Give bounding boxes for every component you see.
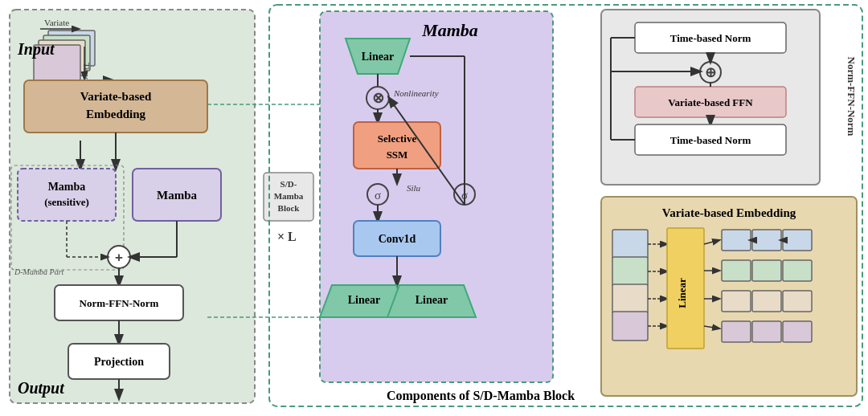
svg-rect-107 <box>722 260 751 281</box>
svg-line-116 <box>704 240 719 244</box>
svg-rect-123 <box>269 5 862 406</box>
svg-rect-2 <box>43 35 90 71</box>
svg-rect-111 <box>752 291 781 312</box>
svg-text:Silu: Silu <box>407 183 421 193</box>
svg-point-23 <box>108 246 130 268</box>
svg-rect-33 <box>68 344 170 379</box>
svg-rect-115 <box>783 321 812 342</box>
svg-rect-77 <box>635 22 786 53</box>
svg-line-65 <box>389 98 465 205</box>
svg-rect-104 <box>722 230 751 251</box>
svg-rect-105 <box>752 230 781 251</box>
svg-text:Time: Time <box>82 63 92 81</box>
svg-rect-3 <box>39 40 85 75</box>
svg-text:Variate-based: Variate-based <box>80 90 152 103</box>
svg-rect-114 <box>752 321 781 342</box>
svg-text:Norm-FFN-Norm: Norm-FFN-Norm <box>80 297 159 309</box>
svg-text:Norm-FFN-Norm: Norm-FFN-Norm <box>845 57 858 137</box>
svg-text:Variate: Variate <box>44 18 69 27</box>
svg-rect-110 <box>722 291 751 312</box>
svg-text:SSM: SSM <box>387 149 408 161</box>
svg-text:Input: Input <box>17 40 55 59</box>
svg-rect-0 <box>10 10 255 403</box>
svg-rect-11 <box>24 80 207 133</box>
svg-rect-38 <box>264 173 313 221</box>
svg-text:σ: σ <box>461 189 468 202</box>
svg-rect-108 <box>752 260 781 281</box>
svg-rect-96 <box>612 284 648 313</box>
svg-line-119 <box>704 326 719 328</box>
svg-rect-95 <box>612 257 648 286</box>
svg-rect-66 <box>354 221 440 256</box>
svg-text:Components of S/D-Mamba Block: Components of S/D-Mamba Block <box>387 389 575 403</box>
svg-text:Conv1d: Conv1d <box>379 233 416 245</box>
svg-rect-112 <box>783 291 812 312</box>
svg-text:Embedding: Embedding <box>86 108 146 120</box>
svg-rect-113 <box>722 321 751 342</box>
svg-text:× L: × L <box>277 230 297 243</box>
svg-text:Nonlinearity: Nonlinearity <box>393 88 439 98</box>
svg-point-58 <box>454 184 475 205</box>
svg-rect-92 <box>601 197 857 396</box>
diagram-arrows: Variate Time Variate-based Embedding Mam… <box>0 0 868 416</box>
svg-point-48 <box>366 87 389 109</box>
svg-text:Time-based Norm: Time-based Norm <box>670 32 751 44</box>
svg-text:Block: Block <box>278 203 301 213</box>
svg-rect-106 <box>783 230 812 251</box>
svg-text:Output: Output <box>18 379 65 398</box>
svg-text:⊗: ⊗ <box>372 90 384 106</box>
svg-text:D-Mamba Part: D-Mamba Part <box>14 267 64 276</box>
svg-text:S/D-: S/D- <box>280 179 297 189</box>
svg-rect-21 <box>11 165 124 270</box>
svg-point-79 <box>700 62 721 83</box>
svg-rect-102 <box>667 228 704 349</box>
svg-rect-19 <box>133 169 221 221</box>
svg-text:Variate-based FFN: Variate-based FFN <box>668 96 753 108</box>
svg-rect-1 <box>48 31 95 66</box>
svg-text:Linear: Linear <box>416 294 448 306</box>
svg-text:(sensitive): (sensitive) <box>44 196 89 208</box>
svg-rect-52 <box>354 122 440 169</box>
svg-text:Selective: Selective <box>378 133 417 145</box>
svg-text:Projection: Projection <box>94 356 144 368</box>
svg-text:Mamba: Mamba <box>48 181 86 193</box>
svg-rect-82 <box>635 87 786 117</box>
svg-text:Time-based Norm: Time-based Norm <box>670 134 751 146</box>
svg-rect-97 <box>612 312 648 341</box>
svg-text:Linear: Linear <box>676 278 688 308</box>
svg-text:⊕: ⊕ <box>705 65 716 80</box>
svg-text:Mamba: Mamba <box>421 20 478 40</box>
svg-rect-86 <box>635 124 786 155</box>
svg-rect-16 <box>18 169 116 221</box>
svg-text:Mamba: Mamba <box>157 189 197 202</box>
main-container: { "title": "Architecture Diagram", "left… <box>0 0 868 416</box>
svg-marker-45 <box>346 39 410 74</box>
svg-rect-109 <box>783 260 812 281</box>
svg-rect-75 <box>601 10 820 185</box>
svg-text:Linear: Linear <box>348 294 380 306</box>
svg-text:+: + <box>115 250 123 265</box>
svg-point-56 <box>367 184 388 205</box>
svg-text:Linear: Linear <box>362 51 394 63</box>
svg-rect-94 <box>612 230 648 259</box>
svg-rect-30 <box>55 285 183 320</box>
svg-marker-69 <box>320 285 408 317</box>
svg-rect-4 <box>34 45 80 80</box>
svg-rect-43 <box>320 11 553 382</box>
svg-text:Mamba: Mamba <box>274 191 304 201</box>
svg-marker-71 <box>387 285 476 317</box>
svg-text:σ: σ <box>375 189 381 202</box>
svg-text:Variate-based Embedding: Variate-based Embedding <box>662 206 796 219</box>
